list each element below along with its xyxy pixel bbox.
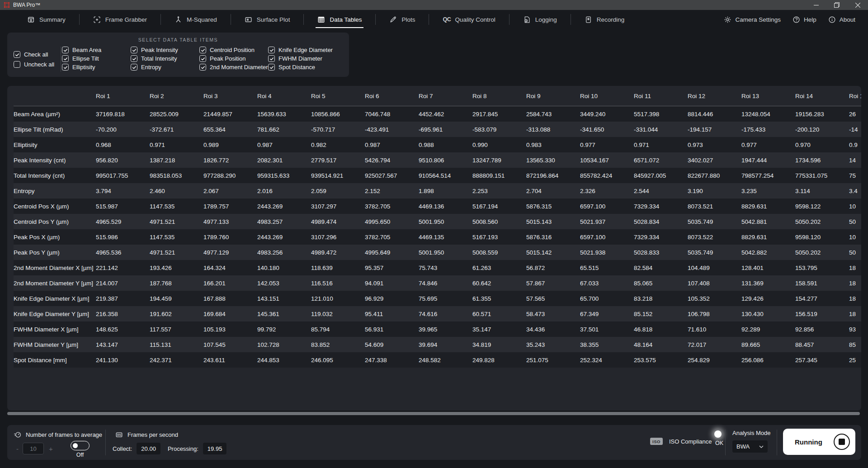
- minimize-icon[interactable]: [806, 0, 826, 10]
- table-cell: -175.433: [741, 126, 795, 133]
- checkbox-total-intensity[interactable]: Total Intensity: [131, 55, 199, 62]
- table-cell: 83.218: [634, 295, 688, 302]
- chevron-down-icon: [759, 445, 764, 448]
- running-stop-button[interactable]: Running: [783, 429, 855, 455]
- tab-logging[interactable]: Logging: [509, 13, 571, 26]
- checkbox-elliptisity[interactable]: Elliptisity: [62, 64, 131, 71]
- table-cell: 3107.297: [311, 203, 365, 210]
- frames-average-input[interactable]: 10: [23, 443, 44, 454]
- table-cell: 5015.143: [526, 218, 580, 225]
- table-cell: 1387.218: [150, 157, 203, 164]
- row-label: Ellipse Tilt (mRad): [14, 126, 96, 133]
- fps-header: FPS Frames per second: [115, 431, 178, 439]
- table-cell: 128.401: [741, 265, 795, 271]
- table-cell: 35.243: [526, 341, 580, 348]
- table-cell: 89.665: [741, 341, 795, 348]
- column-header: Roi 6: [365, 93, 419, 99]
- horizontal-scrollbar-thumb[interactable]: [7, 412, 860, 415]
- plots-icon: [389, 16, 397, 24]
- table-cell: 2584.743: [526, 111, 580, 118]
- table-cell: 5021.938: [580, 249, 634, 256]
- row-label: FWHM Diameter Y [µm]: [14, 341, 96, 348]
- checkbox-centroid-position[interactable]: Centroid Position: [199, 47, 268, 53]
- table-cell: 2.067: [203, 188, 257, 194]
- table-cell: 39.965: [419, 326, 472, 333]
- table-cell: 0.987: [257, 142, 311, 148]
- table-cell: 39.694: [419, 341, 472, 348]
- table-row-beam-area-m: Beam Area (µm²)37169.81828525.00921449.8…: [14, 106, 861, 122]
- tab-quality-control[interactable]: QCQuality Control: [429, 13, 509, 26]
- row-label: Elliptisity: [14, 142, 96, 148]
- table-cell: 8073.522: [688, 234, 741, 241]
- table-cell: 74.846: [419, 280, 472, 287]
- table-cell: 3402.027: [688, 157, 741, 164]
- tab-recording[interactable]: Recording: [571, 13, 638, 26]
- table-cell: 3.190: [688, 188, 741, 194]
- table-cell: 5021.937: [580, 218, 634, 225]
- table-cell: 38.355: [580, 341, 634, 348]
- close-icon[interactable]: [847, 0, 868, 10]
- table-cell: 214.007: [96, 280, 150, 287]
- table-cell: 164.324: [203, 265, 257, 271]
- table-cell: 13247.789: [472, 157, 526, 164]
- checkbox-knife-edge-diameter[interactable]: Knife Edge Diameter: [268, 47, 337, 53]
- fps-icon: FPS: [115, 431, 123, 439]
- collect-label: Collect:: [113, 445, 132, 452]
- checkbox-2nd-moment-diameter[interactable]: 2nd Moment Diameter: [199, 64, 268, 71]
- decrement-button[interactable]: -: [16, 445, 19, 453]
- table-cell: 60.642: [472, 280, 526, 287]
- roi-data-table: Roi 1Roi 2Roi 3Roi 4Roi 5Roi 6Roi 7Roi 8…: [14, 86, 861, 368]
- table-cell: 1789.760: [203, 234, 257, 241]
- checkbox-spot-distance[interactable]: Spot Distance: [268, 64, 337, 71]
- checkbox-peak-position[interactable]: Peak Position: [199, 55, 268, 62]
- nav-help[interactable]: Help: [793, 16, 816, 24]
- column-header: Roi 8: [472, 93, 526, 99]
- table-cell: 14: [849, 157, 861, 164]
- check-all-checkbox[interactable]: Check all: [14, 51, 60, 58]
- nav-about[interactable]: About: [828, 16, 855, 24]
- table-cell: 58.473: [526, 311, 580, 317]
- table-cell: 88.457: [795, 341, 849, 348]
- table-cell: 3782.705: [365, 203, 419, 210]
- table-cell: 13248.054: [741, 111, 795, 118]
- svg-text:FPS: FPS: [117, 434, 121, 436]
- iso-compliance-label: ISO Compliance: [669, 438, 712, 445]
- increment-button[interactable]: +: [49, 445, 53, 453]
- table-cell: 85.152: [634, 311, 688, 317]
- table-cell: 67.349: [580, 311, 634, 317]
- table-cell: 5035.749: [688, 218, 741, 225]
- tab-surface-plot[interactable]: Surface Plot: [231, 13, 304, 26]
- column-header: Roi 13: [741, 93, 795, 99]
- analysis-mode-select[interactable]: BWA: [732, 440, 768, 453]
- table-cell: 93: [849, 326, 861, 333]
- uncheck-all-checkbox[interactable]: Uncheck all: [14, 61, 60, 68]
- averaging-toggle[interactable]: Off: [71, 441, 90, 458]
- table-cell: 61.263: [472, 265, 526, 271]
- checkbox-ellipse-tilt[interactable]: Ellipse Tilt: [62, 55, 131, 62]
- table-cell: 2.016: [257, 188, 311, 194]
- table-cell: -695.961: [419, 126, 472, 133]
- table-row-2nd-moment-diameter-x-m: 2nd Moment Diameter X [µm]221.142193.426…: [14, 260, 861, 275]
- table-cell: 107.408: [688, 280, 741, 287]
- table-cell: 2.704: [526, 188, 580, 194]
- table-cell: 85.065: [634, 280, 688, 287]
- table-cell: 221.142: [96, 265, 150, 271]
- checkbox-entropy[interactable]: Entropy: [131, 64, 199, 71]
- tab-frame-grabber[interactable]: Frame Grabber: [80, 13, 160, 26]
- restore-icon[interactable]: [826, 0, 847, 10]
- checkbox-fwhm-diameter[interactable]: FWHM Diameter: [268, 55, 337, 62]
- app-title: BWA Pro™: [13, 2, 40, 8]
- vertical-divider: [61, 47, 61, 72]
- tab-m-squared[interactable]: M-Squared: [161, 13, 231, 26]
- tab-summary[interactable]: Summary: [14, 13, 79, 26]
- checkbox-beam-area[interactable]: Beam Area: [62, 47, 131, 53]
- table-cell: 781.662: [257, 126, 311, 133]
- table-cell: 18: [849, 295, 861, 302]
- tab-plots[interactable]: Plots: [376, 13, 429, 26]
- checkbox-peak-intensity[interactable]: Peak Intensity: [131, 47, 199, 53]
- nav-camera-settings[interactable]: Camera Settings: [724, 16, 781, 24]
- table-cell: 143.151: [257, 295, 311, 302]
- table-cell: 106.798: [688, 311, 741, 317]
- table-cell: 10: [849, 203, 861, 210]
- tab-data-tables[interactable]: Data Tables: [304, 13, 375, 26]
